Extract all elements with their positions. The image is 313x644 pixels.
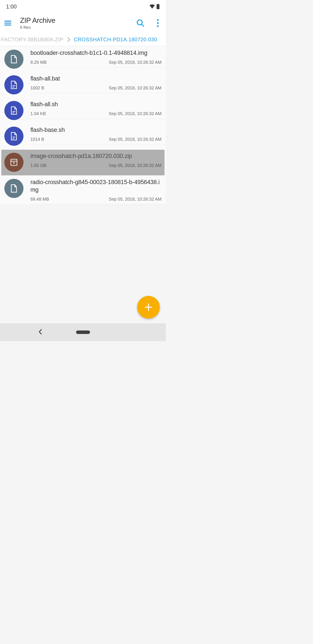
chevron-left-icon xyxy=(38,329,43,335)
nav-back-button[interactable] xyxy=(38,329,43,336)
file-date: Sep 05, 2018, 10:26:32 AM xyxy=(109,137,162,142)
svg-point-4 xyxy=(157,19,159,21)
file-date: Sep 05, 2018, 10:26:32 AM xyxy=(109,86,162,90)
list-item[interactable]: flash-base.sh 1014 B Sep 05, 2018, 10:26… xyxy=(0,123,166,149)
search-icon xyxy=(136,19,145,27)
app-bar: ZIP Archive 6 files xyxy=(0,13,166,33)
status-bar: 1:00 xyxy=(0,0,166,13)
list-item[interactable]: image-crosshatch-pd1a.180720.030.zip 1.6… xyxy=(1,150,165,175)
search-button[interactable] xyxy=(135,18,146,28)
file-type-icon xyxy=(4,153,23,172)
document-icon xyxy=(10,184,17,193)
app-title-block: ZIP Archive 6 files xyxy=(20,16,135,30)
plus-icon xyxy=(144,302,153,312)
list-item[interactable]: flash-all.bat 1002 B Sep 05, 2018, 10:26… xyxy=(0,72,166,98)
app-subtitle: 6 files xyxy=(20,25,135,30)
file-size: 69.48 MB xyxy=(30,197,49,202)
file-name: flash-base.sh xyxy=(30,126,162,134)
hamburger-icon xyxy=(4,21,11,26)
status-icons xyxy=(149,4,160,9)
svg-rect-1 xyxy=(157,4,159,4)
file-date: Sep 05, 2018, 10:26:32 AM xyxy=(109,111,162,116)
app-title: ZIP Archive xyxy=(20,16,135,24)
svg-point-2 xyxy=(137,20,142,25)
svg-rect-0 xyxy=(156,4,159,9)
file-type-icon xyxy=(4,75,23,94)
nav-home-pill[interactable] xyxy=(76,330,90,334)
file-date: Sep 05, 2018, 10:26:32 AM xyxy=(109,60,162,65)
file-type-icon xyxy=(4,101,23,120)
status-time: 1:00 xyxy=(6,4,17,10)
menu-button[interactable] xyxy=(2,18,13,28)
list-item[interactable]: bootloader-crosshatch-b1c1-0.1-4948814.i… xyxy=(0,46,166,72)
document-lines-icon xyxy=(10,106,17,115)
more-vert-icon xyxy=(155,19,161,27)
file-name: bootloader-crosshatch-b1c1-0.1-4948814.i… xyxy=(30,49,162,57)
file-size: 1002 B xyxy=(30,86,44,90)
file-date: Sep 05, 2018, 10:26:32 AM xyxy=(109,163,162,168)
file-size: 1014 B xyxy=(30,137,44,142)
file-name: radio-crosshatch-g845-00023-180815-b-495… xyxy=(30,178,162,194)
file-type-icon xyxy=(4,126,23,146)
wifi-icon xyxy=(149,4,155,9)
svg-rect-13 xyxy=(11,159,17,165)
file-name: flash-all.sh xyxy=(30,100,162,108)
svg-point-6 xyxy=(157,25,159,27)
list-item[interactable]: radio-crosshatch-g845-00023-180815-b-495… xyxy=(0,175,166,204)
file-list: bootloader-crosshatch-b1c1-0.1-4948814.i… xyxy=(0,46,166,204)
file-size: 1.65 GB xyxy=(30,163,46,168)
system-nav-bar xyxy=(0,323,166,341)
document-icon xyxy=(10,55,17,64)
file-size: 1.04 KB xyxy=(30,111,46,116)
svg-point-5 xyxy=(157,22,159,24)
document-lines-icon xyxy=(10,80,17,89)
document-lines-icon xyxy=(10,132,17,140)
file-type-icon xyxy=(4,179,23,198)
file-type-icon xyxy=(4,50,23,69)
breadcrumb-current[interactable]: CROSSHATCH-PD1A.180720.030 xyxy=(74,36,157,43)
chevron-right-icon xyxy=(67,37,70,42)
file-size: 8.29 MB xyxy=(30,60,46,65)
battery-icon xyxy=(156,4,160,9)
archive-icon xyxy=(10,158,18,166)
list-item[interactable]: flash-all.sh 1.04 KB Sep 05, 2018, 10:26… xyxy=(0,98,166,123)
breadcrumb: -FACTORY-38B1B90A.ZIP CROSSHATCH-PD1A.18… xyxy=(0,33,166,46)
overflow-menu-button[interactable] xyxy=(152,18,163,28)
add-button[interactable] xyxy=(137,296,160,318)
file-name: image-crosshatch-pd1a.180720.030.zip xyxy=(30,152,162,160)
breadcrumb-prev[interactable]: -FACTORY-38B1B90A.ZIP xyxy=(0,36,63,43)
svg-line-3 xyxy=(142,24,144,26)
file-date: Sep 05, 2018, 10:26:32 AM xyxy=(109,197,162,202)
file-name: flash-all.bat xyxy=(30,75,162,82)
